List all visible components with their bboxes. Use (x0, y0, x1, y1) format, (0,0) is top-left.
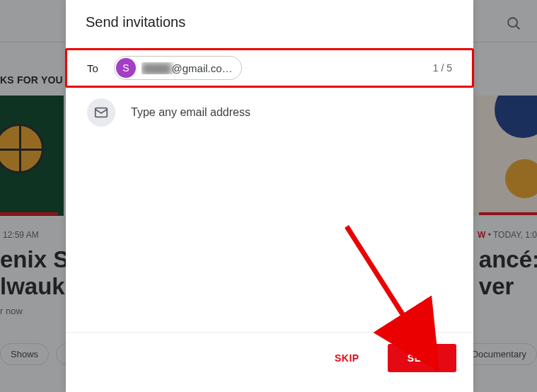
email-hint-text: Type any email address (131, 106, 250, 119)
dialog-actions: SKIP SEND (66, 332, 473, 392)
avatar: S (116, 58, 136, 78)
dialog-title: Send invitations (66, 0, 473, 49)
email-hint-row[interactable]: Type any email address (66, 87, 473, 138)
recipient-row[interactable]: To S ████@gmail.co… 1 / 5 (66, 49, 473, 87)
recipient-email: ████@gmail.co… (142, 62, 233, 74)
recipient-chip[interactable]: S ████@gmail.co… (114, 56, 242, 80)
send-button[interactable]: SEND (388, 344, 456, 372)
recipient-counter: 1 / 5 (433, 62, 452, 74)
skip-button[interactable]: SKIP (323, 345, 371, 371)
mail-icon (87, 98, 115, 127)
to-label: To (87, 62, 114, 74)
send-invitations-dialog: Send invitations To S ████@gmail.co… 1 /… (66, 0, 473, 392)
